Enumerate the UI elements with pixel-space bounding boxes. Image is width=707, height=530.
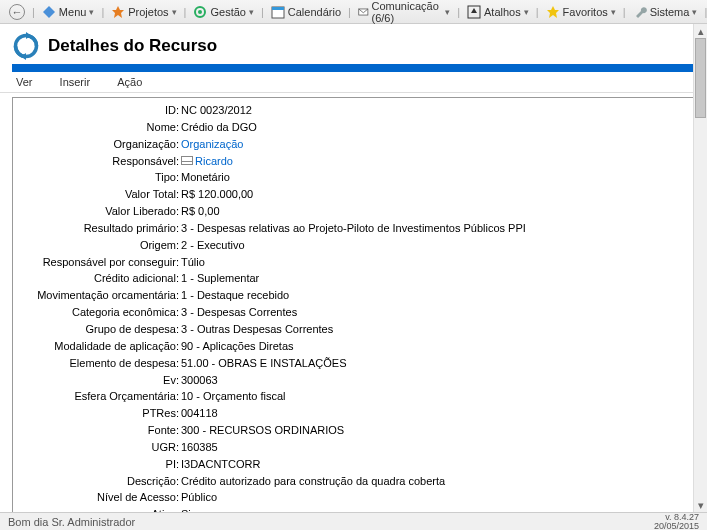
detail-row: Tipo:Monetário <box>21 169 686 186</box>
detail-label: Fonte: <box>21 423 181 438</box>
detail-label: Origem: <box>21 238 181 253</box>
detail-label: Tipo: <box>21 170 181 185</box>
gestao-button[interactable]: Gestão▾ <box>190 4 256 20</box>
detail-value: R$ 0,00 <box>181 204 686 219</box>
vertical-scrollbar[interactable]: ▴ ▾ <box>693 24 707 512</box>
calendario-button[interactable]: Calendário <box>268 4 344 20</box>
scroll-up-icon[interactable]: ▴ <box>694 24 707 38</box>
detail-row: Esfera Orçamentária:10 - Orçamento fisca… <box>21 388 686 405</box>
envelope-icon <box>181 156 193 165</box>
detail-value: 300 - RECURSOS ORDINARIOS <box>181 423 686 438</box>
svg-marker-9 <box>547 6 559 18</box>
detail-link[interactable]: Ricardo <box>195 155 233 167</box>
details-panel: ID:NC 0023/2012Nome:Crédio da DGOOrganiz… <box>12 97 695 528</box>
gestao-label: Gestão <box>210 6 245 18</box>
detail-value: 51.00 - OBRAS E INSTALAÇÕES <box>181 356 686 371</box>
detail-row: Valor Liberado:R$ 0,00 <box>21 203 686 220</box>
action-menubar: Ver Inserir Ação <box>0 72 707 93</box>
detail-label: ID: <box>21 103 181 118</box>
sistema-button[interactable]: Sistema▾ <box>630 4 701 20</box>
detail-row: UGR:160385 <box>21 439 686 456</box>
ver-menu[interactable]: Ver <box>16 76 33 88</box>
detail-value: 3 - Despesas relativas ao Projeto-Piloto… <box>181 221 686 236</box>
detail-row: Movimentação orcamentária:1 - Destaque r… <box>21 287 686 304</box>
detail-value: 3 - Outras Despesas Correntes <box>181 322 686 337</box>
status-meta: v. 8.4.27 20/05/2015 <box>654 513 699 531</box>
detail-row: Resultado primário:3 - Despesas relativa… <box>21 220 686 237</box>
favoritos-button[interactable]: Favoritos▾ <box>543 4 619 20</box>
detail-value[interactable]: Organização <box>181 137 686 152</box>
detail-label: PTRes: <box>21 406 181 421</box>
detail-row: Fonte:300 - RECURSOS ORDINARIOS <box>21 422 686 439</box>
detail-value: 90 - Aplicações Diretas <box>181 339 686 354</box>
svg-rect-5 <box>272 7 284 10</box>
back-button[interactable]: ← <box>6 3 28 21</box>
detail-label: Ev: <box>21 373 181 388</box>
detail-value: 300063 <box>181 373 686 388</box>
detail-label: Valor Liberado: <box>21 204 181 219</box>
detail-row: PI:I3DACNTCORR <box>21 456 686 473</box>
detail-label: Nome: <box>21 120 181 135</box>
detail-row: Valor Total:R$ 120.000,00 <box>21 186 686 203</box>
detail-value: 3 - Despesas Correntes <box>181 305 686 320</box>
detail-row: Grupo de despesa:3 - Outras Despesas Cor… <box>21 321 686 338</box>
detail-row: Modalidade de aplicação:90 - Aplicações … <box>21 338 686 355</box>
inserir-menu[interactable]: Inserir <box>60 76 91 88</box>
detail-label: Movimentação orcamentária: <box>21 288 181 303</box>
detail-label: Elemento de despesa: <box>21 356 181 371</box>
detail-label: Grupo de despesa: <box>21 322 181 337</box>
detail-label: Valor Total: <box>21 187 181 202</box>
detail-label: Esfera Orçamentária: <box>21 389 181 404</box>
detail-value: R$ 120.000,00 <box>181 187 686 202</box>
menu-button[interactable]: Menu▾ <box>39 4 98 20</box>
favoritos-label: Favoritos <box>563 6 608 18</box>
detail-label: Resultado primário: <box>21 221 181 236</box>
detail-row: PTRes:004118 <box>21 405 686 422</box>
detail-row: Responsável:Ricardo <box>21 153 686 170</box>
calendario-label: Calendário <box>288 6 341 18</box>
diamond-icon <box>42 5 56 19</box>
detail-value: 2 - Executivo <box>181 238 686 253</box>
date-label: 20/05/2015 <box>654 522 699 531</box>
acao-menu[interactable]: Ação <box>117 76 142 88</box>
detail-row: Ev:300063 <box>21 372 686 389</box>
svg-marker-8 <box>471 8 477 13</box>
detail-row: ID:NC 0023/2012 <box>21 102 686 119</box>
detail-row: Nível de Acesso:Público <box>21 489 686 506</box>
detail-row: Origem:2 - Executivo <box>21 237 686 254</box>
detail-label: PI: <box>21 457 181 472</box>
detail-value: 160385 <box>181 440 686 455</box>
atalhos-button[interactable]: Atalhos▾ <box>464 4 532 20</box>
detail-value: Túlio <box>181 255 686 270</box>
detail-value: Monetário <box>181 170 686 185</box>
detail-label: Modalidade de aplicação: <box>21 339 181 354</box>
scroll-down-icon[interactable]: ▾ <box>694 498 707 512</box>
detail-label: Organização: <box>21 137 181 152</box>
detail-link[interactable]: Organização <box>181 138 243 150</box>
detail-value: Crédio da DGO <box>181 120 686 135</box>
chevron-down-icon: ▾ <box>89 7 94 17</box>
svg-marker-1 <box>112 6 124 18</box>
projetos-button[interactable]: Projetos▾ <box>108 4 179 20</box>
page-header: Detalhes do Recurso <box>0 24 707 64</box>
wrench-icon <box>633 5 647 19</box>
detail-value: 004118 <box>181 406 686 421</box>
calendar-icon <box>271 5 285 19</box>
star-icon <box>111 5 125 19</box>
scroll-thumb-v[interactable] <box>695 38 706 118</box>
detail-label: Nível de Acesso: <box>21 490 181 505</box>
detail-row: Crédito adicional:1 - Suplementar <box>21 270 686 287</box>
detail-label: Crédito adicional: <box>21 271 181 286</box>
detail-value: I3DACNTCORR <box>181 457 686 472</box>
divider <box>12 64 695 72</box>
refresh-icon <box>12 32 40 60</box>
detail-row: Responsável por conseguir:Túlio <box>21 254 686 271</box>
comunicacao-label: Comunicação (6/6) <box>372 0 443 24</box>
detail-value: 1 - Suplementar <box>181 271 686 286</box>
comunicacao-button[interactable]: Comunicação (6/6)▾ <box>355 0 453 25</box>
detail-row: Nome:Crédio da DGO <box>21 119 686 136</box>
detail-value: Público <box>181 490 686 505</box>
detail-value[interactable]: Ricardo <box>181 154 686 169</box>
detail-label: Responsável: <box>21 154 181 169</box>
detail-value: Crédito autorizado para construção da qu… <box>181 474 686 489</box>
